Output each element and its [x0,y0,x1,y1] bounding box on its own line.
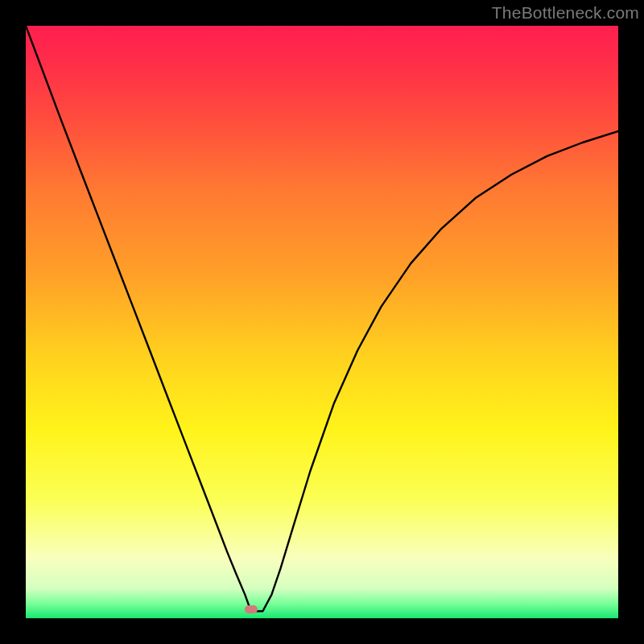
watermark-text: TheBottleneck.com [492,3,639,23]
bottleneck-curve [26,26,618,618]
optimum-marker [245,605,258,613]
chart-frame: TheBottleneck.com [0,0,644,644]
plot-area [26,26,618,618]
